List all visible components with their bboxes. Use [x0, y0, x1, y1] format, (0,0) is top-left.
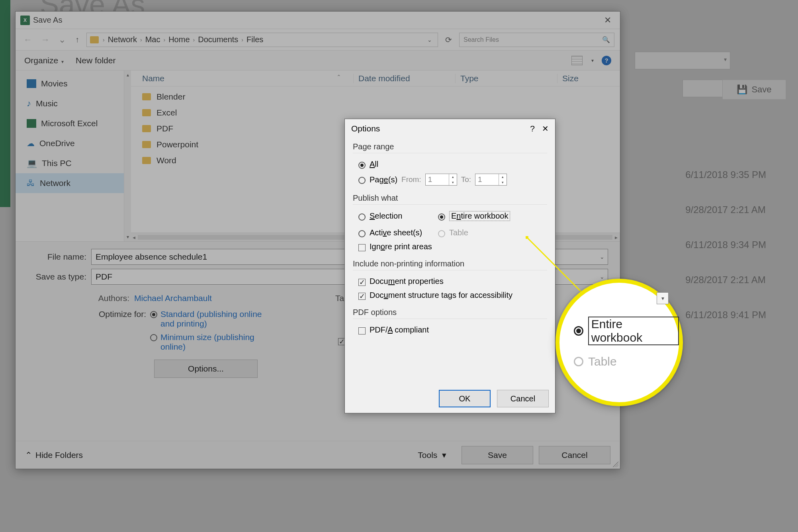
doc-structure-tags-checkbox[interactable]: Document structure tags for accessibilit… [353, 288, 547, 302]
col-type[interactable]: Type [455, 74, 557, 83]
to-input[interactable]: 1▴▾ [475, 174, 507, 186]
folder-icon [142, 141, 151, 148]
radio-label: Selection [370, 211, 402, 221]
view-mode-button[interactable] [571, 56, 583, 65]
ok-button[interactable]: OK [439, 390, 491, 407]
cancel-button[interactable]: Cancel [539, 446, 610, 464]
window-title: Save As [33, 16, 62, 25]
breadcrumb-sep: › [139, 37, 144, 43]
new-folder-button[interactable]: New folder [76, 56, 115, 65]
refresh-button[interactable]: ⟳ [442, 33, 455, 46]
folder-icon [142, 125, 151, 132]
back-button[interactable]: ← [21, 33, 35, 47]
cancel-button[interactable]: Cancel [497, 390, 549, 407]
close-button[interactable]: ✕ [542, 124, 549, 133]
movie-icon [27, 79, 36, 88]
breadcrumb-item[interactable]: Documents [196, 35, 240, 44]
ribbon-save-label: Save [751, 84, 771, 95]
sort-indicator: ⌃ [336, 74, 341, 80]
sidebar-item-thispc[interactable]: 💻This PC [16, 153, 130, 173]
pdfa-compliant-checkbox[interactable]: PDF/A compliant [353, 323, 547, 337]
radio-icon [150, 334, 157, 341]
bg-date: 6/11/2018 9:35 PM [685, 157, 766, 192]
from-value: 1 [428, 175, 432, 184]
resize-grip[interactable] [613, 462, 618, 467]
checkbox-label: Document structure tags for accessibilit… [370, 291, 512, 300]
organize-button[interactable]: Organize ▾ [24, 56, 64, 65]
close-button[interactable]: ✕ [600, 14, 615, 27]
breadcrumb-item[interactable]: Home [167, 35, 191, 44]
publish-what-label: Publish what [353, 194, 547, 205]
publish-selection-radio[interactable]: Selection [358, 209, 438, 223]
authors-value[interactable]: Michael Archambault [134, 293, 212, 303]
publish-entire-radio[interactable]: Entire workbook [438, 209, 547, 223]
organize-label: Organize [24, 56, 58, 65]
doc-properties-checkbox[interactable]: Document properties [353, 274, 547, 288]
dropdown-icon: ▾ [657, 292, 669, 304]
publish-active-radio[interactable]: Active sheet(s) [358, 226, 438, 240]
sidebar-item-excel[interactable]: Microsoft Excel [16, 113, 130, 133]
breadcrumb-item[interactable]: Mac [144, 35, 162, 44]
sidebar-label: This PC [42, 158, 72, 168]
help-button[interactable]: ? [602, 56, 611, 65]
radio-label: Active sheet(s) [370, 228, 422, 237]
page-range-all-radio[interactable]: AAllll [353, 157, 547, 171]
to-value: 1 [478, 175, 482, 184]
hide-folders-button[interactable]: ⌃Hide Folders [25, 450, 83, 460]
network-icon: 🖧 [27, 178, 35, 188]
breadcrumb-item[interactable]: Files [245, 35, 265, 44]
breadcrumb-dropdown[interactable]: ⌄ [425, 37, 434, 43]
ignore-print-areas-checkbox[interactable]: Ignore print areas [353, 240, 547, 254]
chevron-down-icon[interactable]: ⌄ [600, 274, 604, 280]
savetype-label: Save as type: [27, 272, 91, 282]
help-button[interactable]: ? [530, 124, 535, 133]
sidebar-scrollbar[interactable]: ▴▾ [124, 70, 131, 241]
sidebar-label: Microsoft Excel [41, 119, 98, 128]
col-label: Name [142, 74, 164, 83]
col-name[interactable]: Name⌃ [130, 74, 353, 83]
folder-icon [142, 109, 151, 116]
breadcrumb-sep: › [162, 37, 167, 43]
chevron-down-icon[interactable]: ⌄ [600, 254, 604, 260]
checkbox-icon [358, 279, 366, 286]
pc-icon: 💻 [27, 158, 37, 168]
recent-locations[interactable]: ⌄ [56, 33, 68, 47]
options-button[interactable]: Options... [154, 360, 258, 378]
breadcrumb-item[interactable]: Network [106, 35, 139, 44]
excel-icon [27, 119, 36, 128]
forward-button[interactable]: → [39, 33, 52, 47]
col-size[interactable]: Size [557, 74, 620, 83]
page-range-label: Page range [353, 142, 547, 153]
tools-menu[interactable]: Tools ▾ [418, 450, 446, 460]
folder-row[interactable]: Excel [130, 105, 620, 121]
page-range-pages-radio[interactable]: Page(s) From: 1▴▾ To: 1▴▾ [353, 171, 547, 188]
tools-label: Tools [418, 450, 437, 460]
breadcrumb[interactable]: › Network › Mac › Home › Documents › Fil… [86, 33, 438, 47]
sidebar-item-movies[interactable]: Movies [16, 74, 130, 94]
from-input[interactable]: 1▴▾ [425, 174, 457, 186]
radio-label: AAllll [370, 160, 378, 169]
chevron-down-icon[interactable]: ▾ [591, 58, 594, 63]
hide-folders-label: Hide Folders [35, 450, 83, 460]
sidebar-item-music[interactable]: ♪Music [16, 94, 130, 113]
folder-name: PDF [156, 124, 173, 133]
optimize-minimum-radio[interactable]: Minimum size (publishing online) [150, 332, 264, 352]
optimize-standard-radio[interactable]: Standard (publishing online and printing… [150, 309, 264, 329]
radio-icon [574, 326, 583, 336]
sidebar-item-onedrive[interactable]: ☁OneDrive [16, 133, 130, 153]
excel-icon: X [20, 16, 30, 25]
save-button[interactable]: Save [462, 446, 533, 464]
checkbox-label: Document properties [370, 277, 444, 286]
folder-icon [142, 157, 151, 164]
radio-label: Page(s) [370, 175, 397, 184]
folder-name: Word [156, 156, 176, 165]
up-button[interactable]: ↑ [72, 33, 82, 46]
breadcrumb-sep: › [240, 37, 245, 43]
search-input[interactable]: Search Files 🔍 [459, 33, 614, 47]
sidebar-item-network[interactable]: 🖧Network [16, 173, 130, 193]
checkbox-icon [358, 293, 366, 300]
col-date[interactable]: Date modified [353, 74, 455, 83]
options-titlebar: Options ? ✕ [345, 119, 555, 138]
folder-name: Excel [156, 108, 177, 117]
folder-row[interactable]: Blender [130, 89, 620, 105]
